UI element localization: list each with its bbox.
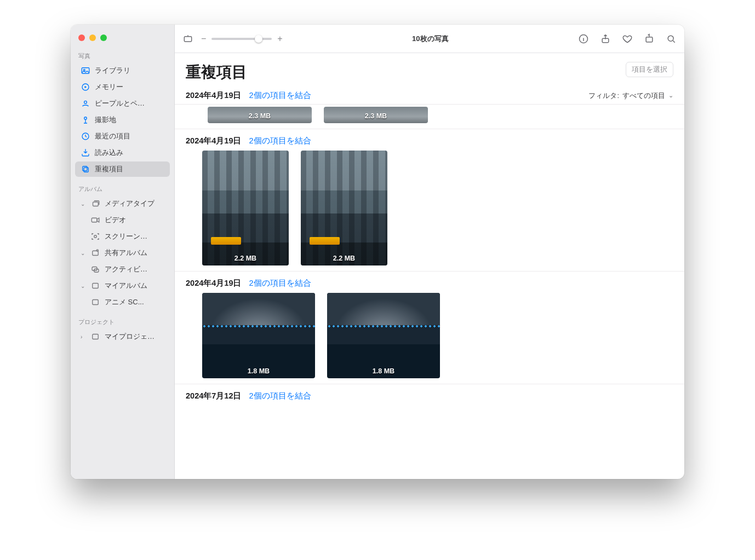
sidebar-item-people[interactable]: ピープルとペ… bbox=[75, 96, 170, 111]
sidebar-item-videos[interactable]: ビデオ bbox=[75, 212, 170, 228]
sidebar-item-label: 撮影地 bbox=[95, 115, 116, 125]
merge-link[interactable]: 2個の項目を結合 bbox=[249, 391, 311, 401]
group-date: 2024年4月19日 bbox=[186, 136, 241, 146]
sidebar-item-recents[interactable]: 最近の項目 bbox=[75, 129, 170, 144]
library-icon bbox=[81, 66, 90, 76]
file-size-label: 2.3 MB bbox=[365, 112, 387, 120]
photo-thumbnail[interactable]: 2.3 MB bbox=[324, 107, 428, 123]
chevron-down-icon[interactable]: ⌄ bbox=[81, 201, 86, 207]
content-scroll[interactable]: 2.3 MB2.3 MB2024年4月19日2個の項目を結合2.2 MB2.2 … bbox=[175, 105, 684, 479]
photo-thumbnail[interactable]: 1.8 MB bbox=[327, 293, 440, 378]
sidebar-item-activity[interactable]: アクティビ… bbox=[75, 262, 170, 277]
zoom-out-icon[interactable]: − bbox=[201, 34, 206, 44]
sidebar-item-my-projects[interactable]: › マイプロジェ… bbox=[75, 329, 170, 344]
chevron-down-icon: ⌄ bbox=[668, 92, 673, 99]
sidebar-item-label: スクリーン… bbox=[105, 232, 147, 241]
filter-value: すべての項目 bbox=[622, 91, 665, 101]
svg-point-3 bbox=[84, 101, 87, 103]
svg-point-10 bbox=[94, 235, 97, 238]
duplicates-icon bbox=[81, 164, 90, 174]
sidebar-item-album-anime[interactable]: アニメ SC... bbox=[75, 295, 170, 310]
file-size-label: 1.8 MB bbox=[373, 367, 394, 375]
minimize-window-button[interactable] bbox=[89, 34, 96, 41]
favorite-icon[interactable] bbox=[622, 33, 633, 44]
chevron-down-icon[interactable]: ⌄ bbox=[81, 250, 86, 256]
sidebar-item-imports[interactable]: 読み込み bbox=[75, 145, 170, 160]
main-pane: − + 10枚の写真 重複項目 項目を選択 2024年4月19日 2個の項目を結… bbox=[175, 25, 684, 479]
sidebar-item-my-albums[interactable]: ⌄ マイアルバム bbox=[75, 278, 170, 293]
video-icon bbox=[90, 215, 100, 225]
file-size-label: 2.2 MB bbox=[333, 255, 355, 262]
chevron-down-icon[interactable]: ⌄ bbox=[81, 283, 86, 289]
sidebar-item-screenshots[interactable]: スクリーン… bbox=[75, 229, 170, 244]
sidebar-item-duplicates[interactable]: 重複項目 bbox=[75, 161, 170, 177]
photo-thumbnail[interactable]: 1.8 MB bbox=[202, 293, 315, 378]
svg-point-4 bbox=[84, 117, 87, 120]
sidebar: 写真 ライブラリ メモリー ピープルとペ… 撮影地 最近の項目 読み込み 重複項… bbox=[71, 25, 175, 479]
zoom-in-icon[interactable]: + bbox=[277, 34, 282, 44]
shared-icon bbox=[90, 248, 100, 258]
screenshot-icon bbox=[90, 232, 100, 241]
file-size-label: 2.2 MB bbox=[234, 255, 256, 262]
close-window-button[interactable] bbox=[78, 34, 85, 41]
clock-icon bbox=[81, 131, 90, 141]
zoom-window-button[interactable] bbox=[100, 34, 107, 41]
share-icon[interactable] bbox=[600, 33, 611, 44]
sidebar-item-library[interactable]: ライブラリ bbox=[75, 63, 170, 78]
sidebar-item-label: ビデオ bbox=[105, 215, 126, 225]
svg-rect-17 bbox=[93, 334, 99, 339]
merge-link[interactable]: 2個の項目を結合 bbox=[249, 90, 311, 101]
sidebar-item-media-types[interactable]: ⌄ メディアタイプ bbox=[75, 196, 170, 211]
sidebar-item-memories[interactable]: メモリー bbox=[75, 79, 170, 95]
toolbar-title: 10枚の写真 bbox=[290, 34, 570, 44]
svg-rect-8 bbox=[93, 202, 99, 206]
sidebar-item-label: 読み込み bbox=[95, 148, 123, 158]
album-icon bbox=[90, 281, 100, 291]
duplicate-group: 2.3 MB2.3 MB bbox=[175, 105, 684, 129]
group-date: 2024年4月19日 bbox=[186, 90, 241, 101]
sidebar-item-label: ライブラリ bbox=[95, 66, 130, 76]
content-header: 重複項目 項目を選択 bbox=[175, 53, 684, 87]
sidebar-item-label: マイプロジェ… bbox=[105, 332, 155, 342]
rotate-icon[interactable] bbox=[644, 33, 655, 44]
filter-dropdown[interactable]: フィルタ: すべての項目 ⌄ bbox=[588, 91, 673, 101]
svg-point-22 bbox=[668, 36, 673, 41]
svg-rect-6 bbox=[84, 168, 88, 172]
svg-rect-9 bbox=[91, 218, 97, 222]
svg-rect-21 bbox=[646, 37, 653, 42]
file-size-label: 2.3 MB bbox=[249, 112, 271, 120]
group-header: 2024年4月19日2個の項目を結合 bbox=[186, 278, 673, 288]
chevron-right-icon[interactable]: › bbox=[81, 334, 86, 340]
select-items-button[interactable]: 項目を選択 bbox=[626, 62, 673, 77]
zoom-track[interactable] bbox=[211, 38, 272, 40]
duplicate-group: 2024年4月19日2個の項目を結合1.8 MB1.8 MB bbox=[175, 271, 684, 384]
pin-icon bbox=[81, 115, 90, 125]
sidebar-item-label: マイアルバム bbox=[105, 281, 147, 291]
sidebar-item-label: 重複項目 bbox=[95, 164, 123, 174]
merge-link[interactable]: 2個の項目を結合 bbox=[249, 278, 311, 288]
duplicate-group: 2024年7月12日2個の項目を結合 bbox=[175, 384, 684, 411]
sidebar-item-label: ピープルとペ… bbox=[95, 99, 145, 108]
sticky-group-header: 2024年4月19日 2個の項目を結合 フィルタ: すべての項目 ⌄ bbox=[175, 87, 684, 105]
sidebar-item-label: メモリー bbox=[95, 82, 123, 92]
svg-rect-16 bbox=[93, 300, 99, 305]
sidebar-item-label: アクティビ… bbox=[105, 264, 147, 274]
svg-rect-18 bbox=[184, 36, 191, 41]
sidebar-item-shared-albums[interactable]: ⌄ 共有アルバム bbox=[75, 245, 170, 261]
merge-link[interactable]: 2個の項目を結合 bbox=[249, 136, 311, 146]
group-header: 2024年7月12日2個の項目を結合 bbox=[186, 391, 673, 401]
zoom-slider[interactable]: − + bbox=[201, 34, 283, 44]
svg-rect-15 bbox=[93, 284, 99, 288]
search-icon[interactable] bbox=[666, 33, 677, 44]
sidebar-item-places[interactable]: 撮影地 bbox=[75, 112, 170, 128]
activity-icon bbox=[90, 264, 100, 274]
photo-thumbnail[interactable]: 2.2 MB bbox=[301, 151, 387, 265]
aspect-icon[interactable] bbox=[182, 33, 193, 44]
sidebar-item-label: メディアタイプ bbox=[105, 199, 155, 209]
photo-thumbnail[interactable]: 2.3 MB bbox=[208, 107, 312, 123]
app-window: 写真 ライブラリ メモリー ピープルとペ… 撮影地 最近の項目 読み込み 重複項… bbox=[71, 25, 684, 479]
info-icon[interactable] bbox=[578, 33, 589, 44]
photo-thumbnail[interactable]: 2.2 MB bbox=[202, 151, 289, 265]
sidebar-section-albums: アルバム bbox=[71, 182, 174, 195]
zoom-thumb[interactable] bbox=[255, 35, 262, 43]
